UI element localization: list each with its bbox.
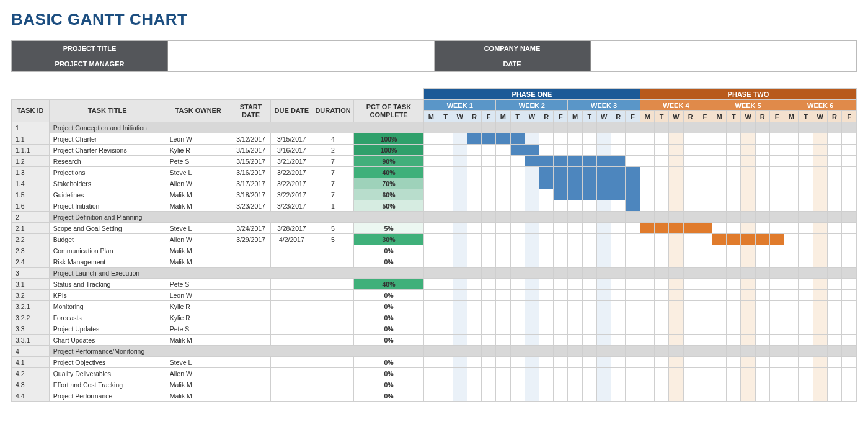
gantt-cell[interactable] [640, 245, 654, 256]
gantt-cell[interactable] [640, 357, 654, 368]
gantt-cell[interactable] [655, 189, 669, 200]
gantt-cell[interactable] [554, 156, 568, 167]
task-start[interactable]: 3/24/2017 [231, 223, 271, 234]
gantt-cell[interactable] [769, 279, 784, 290]
task-owner[interactable]: Allen W [166, 368, 231, 379]
gantt-cell[interactable] [813, 290, 827, 301]
gantt-cell[interactable] [827, 189, 841, 200]
gantt-cell[interactable] [496, 335, 510, 346]
gantt-cell[interactable] [712, 357, 727, 368]
task-title[interactable]: Effort and Cost Tracking [49, 379, 166, 390]
gantt-cell[interactable] [582, 368, 596, 379]
gantt-cell[interactable] [669, 178, 683, 189]
task-due[interactable] [271, 323, 312, 335]
gantt-cell[interactable] [438, 178, 453, 189]
gantt-cell[interactable] [813, 133, 827, 145]
gantt-cell[interactable] [568, 200, 582, 212]
gantt-cell[interactable] [596, 290, 611, 301]
gantt-cell[interactable] [510, 223, 525, 234]
gantt-cell[interactable] [582, 357, 596, 368]
task-pct[interactable]: 0% [353, 312, 423, 323]
gantt-cell[interactable] [712, 133, 727, 145]
gantt-cell[interactable] [799, 390, 813, 402]
gantt-cell[interactable] [769, 245, 784, 256]
gantt-cell[interactable] [596, 200, 611, 212]
gantt-cell[interactable] [727, 379, 741, 390]
gantt-cell[interactable] [539, 156, 554, 167]
task-title[interactable]: Project Updates [49, 323, 166, 335]
task-due[interactable]: 3/21/2017 [271, 156, 312, 167]
gantt-cell[interactable] [596, 357, 611, 368]
task-duration[interactable] [312, 256, 354, 268]
gantt-cell[interactable] [784, 133, 799, 145]
gantt-cell[interactable] [655, 223, 669, 234]
gantt-cell[interactable] [510, 156, 525, 167]
gantt-cell[interactable] [655, 178, 669, 189]
gantt-cell[interactable] [669, 156, 683, 167]
gantt-cell[interactable] [525, 290, 539, 301]
gantt-cell[interactable] [712, 189, 727, 200]
task-title[interactable]: Risk Management [49, 256, 166, 268]
gantt-cell[interactable] [669, 223, 683, 234]
gantt-cell[interactable] [453, 178, 467, 189]
gantt-cell[interactable] [438, 156, 453, 167]
gantt-cell[interactable] [842, 200, 857, 212]
gantt-cell[interactable] [467, 234, 481, 245]
gantt-cell[interactable] [799, 279, 813, 290]
gantt-cell[interactable] [453, 223, 467, 234]
gantt-cell[interactable] [510, 390, 525, 402]
task-start[interactable]: 3/15/2017 [231, 145, 271, 156]
task-due[interactable] [271, 279, 312, 290]
gantt-cell[interactable] [769, 335, 784, 346]
task-duration[interactable]: 7 [312, 178, 354, 189]
gantt-cell[interactable] [568, 223, 582, 234]
gantt-cell[interactable] [698, 357, 712, 368]
gantt-cell[interactable] [827, 200, 841, 212]
task-start[interactable] [231, 290, 271, 301]
gantt-cell[interactable] [698, 335, 712, 346]
task-title[interactable]: Status and Tracking [49, 279, 166, 290]
task-start[interactable]: 3/12/2017 [231, 133, 271, 145]
gantt-cell[interactable] [611, 368, 626, 379]
gantt-cell[interactable] [755, 357, 769, 368]
gantt-cell[interactable] [727, 178, 741, 189]
task-pct[interactable]: 0% [353, 290, 423, 301]
gantt-cell[interactable] [683, 133, 698, 145]
gantt-cell[interactable] [799, 234, 813, 245]
gantt-cell[interactable] [611, 234, 626, 245]
gantt-cell[interactable] [698, 178, 712, 189]
gantt-cell[interactable] [467, 223, 481, 234]
gantt-cell[interactable] [424, 312, 438, 323]
gantt-cell[interactable] [554, 145, 568, 156]
gantt-cell[interactable] [424, 335, 438, 346]
gantt-cell[interactable] [827, 335, 841, 346]
gantt-cell[interactable] [669, 290, 683, 301]
gantt-cell[interactable] [655, 200, 669, 212]
gantt-cell[interactable] [596, 279, 611, 290]
gantt-cell[interactable] [698, 234, 712, 245]
gantt-cell[interactable] [698, 301, 712, 312]
task-pct[interactable]: 100% [353, 133, 423, 145]
gantt-cell[interactable] [467, 178, 481, 189]
gantt-cell[interactable] [611, 335, 626, 346]
gantt-cell[interactable] [554, 178, 568, 189]
gantt-cell[interactable] [496, 245, 510, 256]
gantt-cell[interactable] [683, 145, 698, 156]
gantt-cell[interactable] [510, 145, 525, 156]
gantt-cell[interactable] [453, 390, 467, 402]
task-owner[interactable]: Steve L [166, 223, 231, 234]
gantt-cell[interactable] [655, 145, 669, 156]
gantt-cell[interactable] [453, 335, 467, 346]
gantt-cell[interactable] [769, 200, 784, 212]
gantt-cell[interactable] [683, 335, 698, 346]
gantt-cell[interactable] [611, 178, 626, 189]
gantt-cell[interactable] [683, 390, 698, 402]
gantt-cell[interactable] [827, 256, 841, 268]
gantt-cell[interactable] [698, 290, 712, 301]
gantt-cell[interactable] [467, 145, 481, 156]
gantt-cell[interactable] [655, 156, 669, 167]
gantt-cell[interactable] [640, 368, 654, 379]
gantt-cell[interactable] [683, 200, 698, 212]
gantt-cell[interactable] [568, 323, 582, 335]
gantt-cell[interactable] [698, 279, 712, 290]
